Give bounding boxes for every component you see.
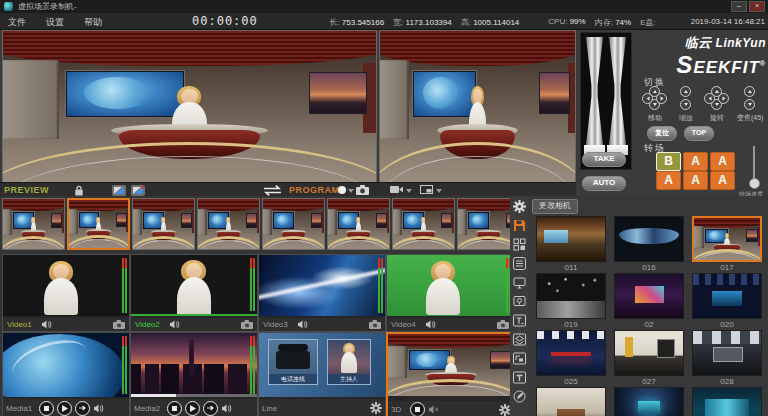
video2-thumbnail[interactable] [131,255,257,316]
media2-loop-button[interactable] [203,401,218,416]
video1-speaker-icon[interactable] [41,320,52,329]
transition-button-a1[interactable]: A [683,152,708,171]
record-dropdown-icon[interactable] [348,189,354,193]
media1-thumbnail[interactable] [3,333,129,397]
media2-speaker-icon[interactable] [221,404,232,413]
save-icon[interactable] [513,219,526,232]
scene-thumbnail-019[interactable]: 019 [536,273,606,329]
video1-panel: Video1 [2,254,130,332]
video2-speaker-icon[interactable] [169,320,180,329]
rotate-right-button[interactable] [718,93,729,104]
swap-preview-program-icon[interactable] [260,185,285,196]
strip-thumbnail[interactable] [197,198,260,250]
video1-thumbnail[interactable] [3,255,129,316]
transition-wipe-alt-icon[interactable] [131,185,145,196]
menu-file[interactable]: 文件 [8,16,26,29]
auto-button[interactable]: AUTO [582,176,626,191]
take-button[interactable]: TAKE [582,152,626,167]
scene-thumbnail-028[interactable]: 028 [692,330,762,386]
layers-icon[interactable] [513,333,526,346]
move-left-button[interactable] [642,93,653,104]
t-bar-fader[interactable] [580,32,632,170]
media1-play-button[interactable] [57,401,72,416]
top-button[interactable]: TOP [684,126,714,141]
zoom-out-button[interactable] [744,99,755,110]
scene-thumbnail-020[interactable]: 020 [692,273,762,329]
menu-help[interactable]: 帮助 [84,16,102,29]
close-button[interactable]: × [749,1,765,12]
video3-thumbnail[interactable] [259,255,385,316]
transition-button-a3[interactable]: A [656,171,681,190]
scene-thumbnail[interactable] [536,387,606,416]
scene-thumbnail-016[interactable]: 016 [614,216,684,272]
lock-icon[interactable] [74,185,84,196]
video4-speaker-icon[interactable] [425,320,436,329]
scene-grid-icon[interactable] [513,238,526,251]
monitor-light-icon[interactable] [513,295,526,308]
monitor-icon[interactable] [513,276,526,289]
transition-button-a2[interactable]: A [710,152,735,171]
scene-thumbnail[interactable] [614,387,684,416]
media2-thumbnail[interactable] [131,333,257,397]
line-source-host[interactable]: 主持人 [327,339,371,385]
threed-thumbnail[interactable] [388,334,514,396]
minimize-button[interactable]: – [731,1,747,12]
video3-settings-icon[interactable] [369,320,381,329]
strip-thumbnail[interactable] [262,198,325,250]
scene-thumbnail-027[interactable]: 027 [614,330,684,386]
record-icon[interactable] [338,186,346,194]
scene-thumbnail-02[interactable]: 02 [614,273,684,329]
pip-dropdown-icon[interactable] [436,189,442,193]
video4-thumbnail[interactable] [387,255,513,316]
strip-thumbnail[interactable] [392,198,455,250]
line-panel: 电话连线 主持人 Line [258,332,386,416]
camcorder-dropdown-icon[interactable] [406,189,412,193]
video1-settings-icon[interactable] [113,320,125,329]
media2-stop-button[interactable] [167,401,182,416]
window-title: 虚拟场景录制机- [18,1,77,12]
menu-settings[interactable]: 设置 [46,16,64,29]
threed-speaker-muted-icon[interactable] [428,405,439,414]
strip-thumbnail-selected[interactable] [67,198,130,250]
scene-thumbnail-011[interactable]: 011 [536,216,606,272]
strip-thumbnail[interactable] [2,198,65,250]
media1-speaker-icon[interactable] [93,404,104,413]
frame-crop-icon[interactable] [513,352,526,365]
transition-button-b[interactable]: B [656,152,681,171]
scene-thumbnail-025[interactable]: 025 [536,330,606,386]
media1-stop-button[interactable] [39,401,54,416]
strip-thumbnail[interactable] [132,198,195,250]
snapshot-camera-icon[interactable] [356,185,369,195]
media2-play-button[interactable] [185,401,200,416]
reset-button[interactable]: 复位 [647,126,677,141]
video2-settings-icon[interactable] [241,320,253,329]
rotate-left-button[interactable] [704,93,715,104]
transition-wipe-icon[interactable] [112,185,126,196]
line-settings-gear-icon[interactable] [370,402,382,414]
scene-thumbnail[interactable] [692,387,762,416]
pip-layout-icon[interactable] [420,185,433,194]
scale-down-button[interactable] [680,99,691,110]
move-right-button[interactable] [656,93,667,104]
transition-button-a4[interactable]: A [683,171,708,190]
transition-speed-knob[interactable] [749,178,760,189]
media1-loop-button[interactable] [75,401,90,416]
settings-gear-icon[interactable] [513,200,526,213]
line-thumbnail[interactable]: 电话连线 主持人 [259,333,385,397]
playlist-icon[interactable] [513,257,526,270]
strip-thumbnail[interactable] [327,198,390,250]
draw-pen-icon[interactable] [513,390,526,403]
video3-speaker-icon[interactable] [297,320,308,329]
title-text-icon[interactable] [513,371,526,384]
subtitle-text-icon[interactable] [513,314,526,327]
scene-thumbnail-017-selected[interactable]: 017 [692,216,762,272]
scale-up-button[interactable] [680,86,691,97]
change-camera-tab[interactable]: 更改相机 [532,199,578,214]
transition-button-a5[interactable]: A [710,171,735,190]
media2-name: Media2 [134,404,164,413]
threed-stop-button[interactable] [410,402,425,416]
line-source-phone[interactable]: 电话连线 [268,339,318,385]
video4-settings-icon[interactable] [497,320,509,329]
zoom-in-button[interactable] [744,86,755,97]
camcorder-icon[interactable] [390,185,404,194]
